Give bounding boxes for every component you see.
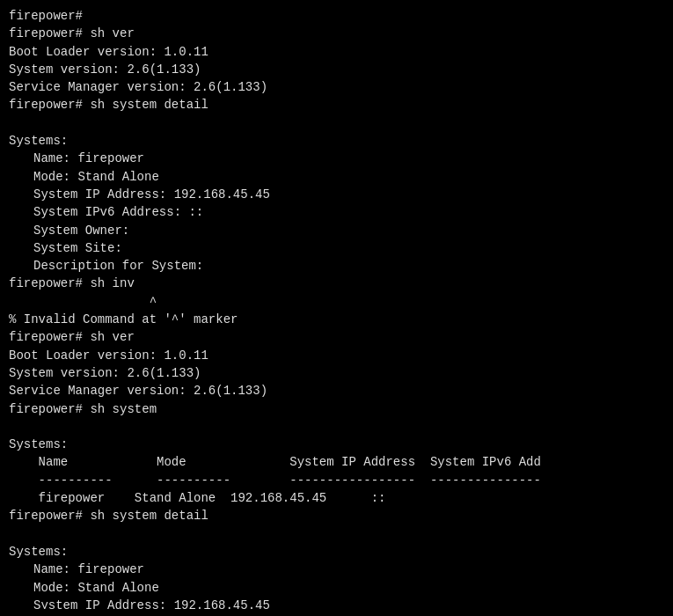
terminal-line: Service Manager version: 2.6(1.133) <box>9 382 664 400</box>
terminal-line: firepower# sh ver <box>9 328 664 346</box>
terminal-line: System IP Address: 192.168.45.45 <box>9 597 664 609</box>
terminal-line: Description for System: <box>9 257 664 275</box>
terminal-line: Systems: <box>9 132 664 150</box>
terminal-line: System IPv6 Address: :: <box>9 203 664 221</box>
terminal-line: Name: firepower <box>9 561 664 578</box>
terminal-line: System version: 2.6(1.133) <box>9 364 664 382</box>
terminal-line: firepower# sh system detail <box>9 507 664 524</box>
terminal-line: System Site: <box>9 239 664 257</box>
terminal-line: System Owner: <box>9 222 664 239</box>
terminal-line: Service Manager version: 2.6(1.133) <box>9 78 664 96</box>
table-row: firepower Stand Alone 192.168.45.45 :: <box>9 489 664 507</box>
terminal-line: Boot Loader version: 1.0.11 <box>9 347 664 364</box>
terminal-line: firepower# <box>9 7 664 25</box>
terminal-line: firepower# sh system detail <box>9 96 664 114</box>
terminal-line: Systems: <box>9 436 664 453</box>
blank-line <box>9 418 664 436</box>
terminal-line: System version: 2.6(1.133) <box>9 61 664 78</box>
terminal-line: firepower# sh system <box>9 400 664 418</box>
terminal-line: Mode: Stand Alone <box>9 579 664 597</box>
terminal-line: % Invalid Command at '^' marker <box>9 311 664 328</box>
terminal-caret: ^ <box>9 293 664 311</box>
table-header: Name Mode System IP Address System IPv6 … <box>9 453 664 471</box>
terminal-line: Mode: Stand Alone <box>9 168 664 186</box>
terminal-line: System IP Address: 192.168.45.45 <box>9 186 664 203</box>
terminal-line: Boot Loader version: 1.0.11 <box>9 43 664 61</box>
table-divider: ---------- ---------- ----------------- … <box>9 472 664 489</box>
terminal-line: firepower# sh inv <box>9 275 664 292</box>
terminal: firepower# firepower# sh ver Boot Loader… <box>9 7 664 609</box>
terminal-line: Name: firepower <box>9 150 664 167</box>
blank-line <box>9 525 664 543</box>
terminal-line: firepower# sh ver <box>9 25 664 42</box>
terminal-line: Systems: <box>9 543 664 561</box>
blank-line <box>9 114 664 132</box>
